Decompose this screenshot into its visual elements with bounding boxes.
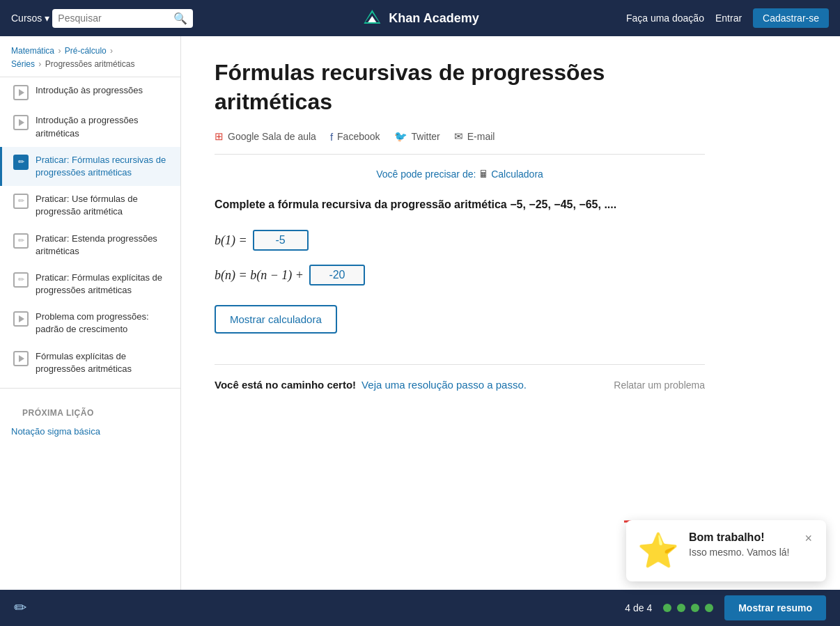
share-bar: ⊞ Google Sala de aula f Facebook 🐦 Twitt… [215,130,705,155]
page-title: Fórmulas recursivas de progressões aritm… [215,58,705,116]
problem-statement: Complete a fórmula recursiva da progress… [215,196,705,213]
toast-star-icon: ⭐ [637,531,679,570]
toast-message: Isso mesmo. Vamos lá! [689,547,789,558]
sidebar-item-7[interactable]: Fórmulas explícitas de progressões aritm… [0,343,180,382]
progress-dot-2 [677,604,685,612]
email-share-button[interactable]: ✉ E-mail [454,130,495,143]
navbar-left: Cursos ▾ 🔍 [11,9,193,28]
sidebar-item-6[interactable]: Problema com progressões: padrão de cres… [0,304,180,343]
sidebar-item-label-7: Fórmulas explícitas de progressões aritm… [36,350,169,375]
search-bar: 🔍 [52,9,193,28]
progress-dot-1 [663,604,671,612]
breadcrumb-series[interactable]: Séries [11,59,35,69]
sidebar-item-2[interactable]: ✏ Praticar: Fórmulas recursivas de progr… [0,147,180,186]
sidebar-item-5[interactable]: ✏ Praticar: Fórmulas explícitas de progr… [0,265,180,304]
divider [215,364,705,365]
breadcrumb-sep1: › [58,46,61,56]
breadcrumb-math[interactable]: Matemática [11,46,54,56]
toast-title: Bom trabalho! [689,531,789,544]
progress-section: 4 de 4 [625,602,713,613]
sidebar-item-label-0: Introdução às progressões [36,84,143,97]
sidebar-item-3[interactable]: ✏ Praticar: Use fórmulas de progressão a… [0,186,180,225]
sidebar-item-label-6: Problema com progressões: padrão de cres… [36,311,169,336]
video-icon-6 [13,311,29,327]
email-share-label: E-mail [467,131,495,142]
chevron-down-icon: ▾ [45,13,49,24]
breadcrumb: Matemática › Pré-cálculo › Séries › Prog… [0,36,180,77]
bottom-bar: ✏ 4 de 4 Mostrar resumo [0,590,840,626]
formula-row-2: b(n) = b(n − 1) + [215,265,705,285]
toast-body: Bom trabalho! Isso mesmo. Vamos lá! [689,531,789,558]
logo-text: Khan Academy [389,11,479,26]
navbar-right: Faça uma doação Entrar Cadastrar-se [626,8,829,28]
feedback-correct-text: Você está no caminho certo! [215,379,356,391]
breadcrumb-current: Progressões aritméticas [45,59,135,69]
breadcrumb-precalc[interactable]: Pré-cálculo [65,46,107,56]
progress-text: 4 de 4 [625,602,652,613]
calc-notice: Você pode precisar de: 🖩 Calculadora [215,169,705,180]
email-icon: ✉ [454,130,463,143]
twitter-share-button[interactable]: 🐦 Twitter [394,130,440,143]
logo-icon [361,7,383,29]
search-input[interactable] [58,13,169,24]
register-button[interactable]: Cadastrar-se [753,8,829,28]
login-button[interactable]: Entrar [715,13,742,24]
formula2-input[interactable] [309,265,365,285]
practice-icon-4: ✏ [13,233,29,249]
facebook-icon: f [330,131,333,143]
formula1-input[interactable] [253,230,309,251]
pencil-icon-4: ✏ [18,235,24,246]
breadcrumb-sep3: › [38,59,41,69]
video-icon-0 [13,85,29,100]
next-lesson-link[interactable]: Notação sigma básica [11,421,169,442]
toast-popup: ⭐ Bom trabalho! Isso mesmo. Vamos lá! × [626,520,826,581]
sidebar-item-label-1: Introdução a progressões aritméticas [36,114,169,139]
pencil-icon-3: ✏ [18,196,24,206]
report-problem-link[interactable]: Relatar um problema [614,379,705,391]
practice-icon-2: ✏ [13,155,29,170]
navbar-logo: Khan Academy [361,7,479,29]
courses-button[interactable]: Cursos ▾ [11,13,49,24]
pencil-icon-2: ✏ [18,157,24,167]
sidebar-item-1[interactable]: Introdução a progressões aritméticas [0,107,180,146]
solution-link[interactable]: Veja uma resolução passo a passo. [361,379,527,391]
progress-dot-3 [691,604,699,612]
sidebar-items-list: Introdução às progressões Introdução a p… [0,77,180,382]
google-share-label: Google Sala de aula [228,131,316,142]
formula1-left: b(1) = [215,233,247,248]
sidebar-item-label-5: Praticar: Fórmulas explícitas de progres… [36,272,169,297]
progress-dot-4 [705,604,713,612]
sidebar-item-4[interactable]: ✏ Praticar: Estenda progressões aritméti… [0,226,180,265]
calc-notice-text: Você pode precisar de: [376,169,476,180]
facebook-share-label: Facebook [337,131,380,142]
sidebar-item-0[interactable]: Introdução às progressões [0,77,180,107]
twitter-share-label: Twitter [412,131,440,142]
next-lesson-section: Próxima lição Notação sigma básica [0,388,180,445]
google-icon: ⊞ [215,130,224,143]
search-icon[interactable]: 🔍 [173,12,187,25]
pencil-tool-icon: ✏ [14,599,26,617]
donate-button[interactable]: Faça uma doação [626,13,704,24]
next-lesson-label: Próxima lição [11,400,169,421]
sidebar-item-label-2: Praticar: Fórmulas recursivas de progres… [36,154,169,179]
pencil-icon-5: ✏ [18,274,24,285]
video-icon-1 [13,115,29,130]
navbar: Cursos ▾ 🔍 Khan Academy Faça uma doação … [0,0,840,36]
breadcrumb-sep2: › [110,46,113,56]
google-share-button[interactable]: ⊞ Google Sala de aula [215,130,316,143]
formula-row-1: b(1) = [215,230,705,251]
show-calculator-button[interactable]: Mostrar calculadora [215,305,337,334]
sidebar: Matemática › Pré-cálculo › Séries › Prog… [0,36,181,626]
video-icon-7 [13,351,29,366]
sidebar-item-label-3: Praticar: Use fórmulas de progressão ari… [36,193,169,218]
courses-label: Cursos [11,13,42,24]
facebook-share-button[interactable]: f Facebook [330,131,380,143]
twitter-icon: 🐦 [394,130,407,143]
formula2-left: b(n) = b(n − 1) + [215,268,304,283]
feedback-row: Você está no caminho certo! Veja uma res… [215,379,705,391]
toast-close-button[interactable]: × [804,531,812,546]
summary-button[interactable]: Mostrar resumo [724,595,826,620]
practice-icon-5: ✏ [13,272,29,288]
sidebar-item-label-4: Praticar: Estenda progressões aritmética… [36,233,169,258]
calc-link[interactable]: Calculadora [491,169,543,180]
